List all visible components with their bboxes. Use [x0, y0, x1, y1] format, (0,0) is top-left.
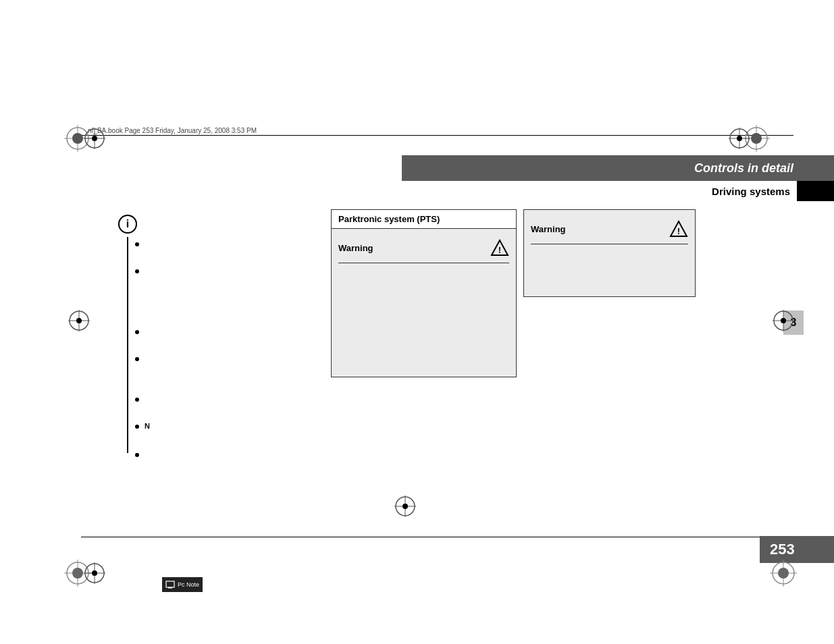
bullet-item-1 [135, 240, 311, 246]
pts-warning-label: Warning [338, 243, 373, 253]
svg-text:!: ! [677, 226, 680, 236]
pts-box: Parktronic system (PTS) Warning ! [331, 209, 517, 377]
registration-mark-mr [770, 307, 797, 334]
pc-note-icon [165, 581, 175, 589]
svg-rect-1 [168, 587, 172, 589]
right-warning-content: Warning ! [523, 209, 696, 297]
right-warning-label: Warning [531, 224, 566, 234]
bullet-item-3 [135, 327, 311, 334]
controls-detail-header: Controls in detail [402, 155, 834, 181]
crosshair-br-outer [770, 560, 797, 587]
svg-point-13 [92, 136, 97, 141]
crosshair-center [392, 493, 419, 520]
svg-point-45 [781, 318, 786, 323]
crosshair-tr-inner [726, 125, 753, 152]
registration-mark-tl-inner [81, 125, 108, 152]
registration-mark-bl-inner [81, 560, 108, 587]
svg-point-33 [92, 570, 97, 576]
bullet-item-n: N [135, 422, 311, 430]
registration-mark-ml [66, 307, 93, 334]
info-icon: i [118, 215, 137, 234]
info-vertical-line [127, 237, 128, 453]
crosshair-ml [66, 307, 93, 334]
crosshair-tl-inner [81, 125, 108, 152]
bullet-dot [135, 357, 139, 361]
svg-point-41 [76, 318, 82, 323]
bullet-item-5 [135, 395, 311, 402]
bullet-item-7 [135, 450, 311, 457]
bullet-dot [135, 453, 139, 457]
pts-warning-icon: ! [490, 238, 509, 257]
bullet-dot [135, 242, 139, 246]
right-warning-icon: ! [669, 219, 688, 238]
page-number-box: 253 [760, 536, 834, 563]
crosshair-bl-inner [81, 560, 108, 587]
page-header-line [81, 135, 793, 136]
pc-note-button[interactable]: Pc Note [162, 577, 203, 592]
right-warning-row: Warning ! [531, 217, 688, 244]
bottom-line [81, 537, 793, 537]
pts-content: Warning ! [331, 229, 517, 377]
right-warning-box: Warning ! [523, 209, 696, 297]
header-title: Controls in detail [694, 161, 793, 176]
registration-mark-tr-inner [726, 125, 753, 152]
crosshair-mr [770, 307, 797, 334]
file-info: nf_BA.book Page 253 Friday, January 25, … [88, 127, 257, 134]
page-number: 253 [770, 541, 795, 558]
registration-mark-center [392, 493, 419, 520]
pts-title-bar: Parktronic system (PTS) [331, 209, 517, 229]
driving-systems-subheader: Driving systems [442, 181, 834, 201]
registration-mark-br-outer [770, 560, 797, 587]
bullet-item-2 [135, 267, 311, 273]
bullet-dot [135, 330, 139, 334]
svg-point-25 [402, 504, 408, 509]
svg-rect-0 [166, 581, 174, 587]
bullet-dot [135, 425, 139, 429]
pts-warning-row: Warning ! [338, 236, 509, 263]
bullet-item-4 [135, 354, 311, 361]
svg-point-37 [778, 568, 789, 579]
bullet-list: Pc Note N [135, 240, 311, 477]
info-icon-container: i [118, 215, 137, 453]
bullet-dot [135, 398, 139, 402]
svg-point-21 [737, 136, 742, 141]
pts-triangle-icon: ! [490, 239, 509, 257]
pts-title: Parktronic system (PTS) [338, 214, 440, 224]
right-triangle-icon: ! [669, 220, 688, 238]
bullet-dot [135, 269, 139, 273]
black-tab [797, 181, 834, 201]
svg-text:!: ! [498, 245, 501, 255]
